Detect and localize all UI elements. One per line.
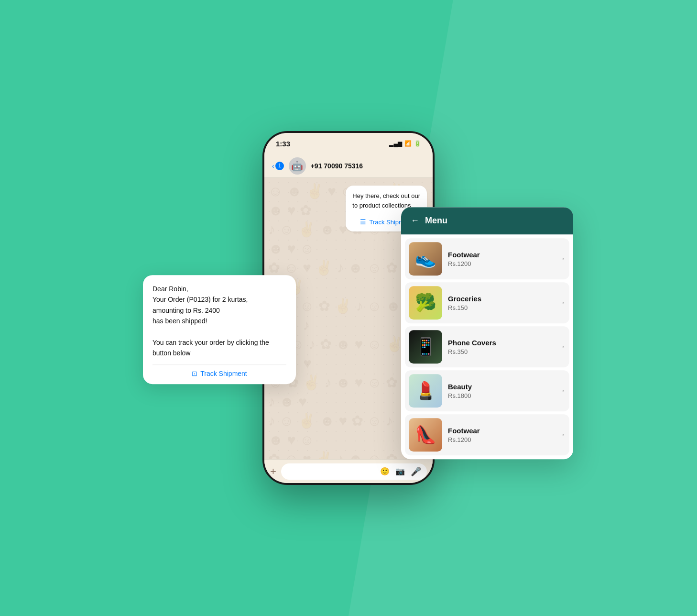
menu-item-footwear[interactable]: 👟 Footwear Rs.1200 → (405, 238, 569, 279)
floating-message-bubble: Dear Robin, Your Order (P0123) for 2 kur… (143, 275, 296, 384)
phone-covers-price: Rs.350 (448, 348, 552, 355)
footwear2-info: Footwear Rs.1200 (448, 427, 552, 443)
wifi-icon: 📶 (404, 140, 412, 147)
footwear-name: Footwear (448, 251, 552, 259)
track-shipment-link-2[interactable]: ⊡ Track Shipment (152, 364, 286, 377)
menu-item-footwear2[interactable]: 👠 Footwear Rs.1200 → (405, 414, 569, 455)
chevron-left-icon: ‹ (272, 162, 274, 170)
shipped-line: has been shipped! (152, 317, 207, 325)
beauty-image: 💄 (409, 374, 442, 407)
footwear-image: 👟 (409, 242, 442, 275)
battery-icon: 🔋 (414, 140, 421, 147)
beauty-info: Beauty Rs.1800 (448, 383, 552, 399)
menu-item-beauty[interactable]: 💄 Beauty Rs.1800 → (405, 370, 569, 411)
phone-covers-arrow-icon: → (558, 342, 566, 351)
groceries-price: Rs.150 (448, 304, 552, 311)
menu-back-arrow-icon[interactable]: ← (411, 216, 419, 226)
track-shipment-label-2: Track Shipment (200, 370, 247, 377)
footwear2-arrow-icon: → (558, 430, 566, 439)
menu-items-list: 👟 Footwear Rs.1200 → 🥦 Groceries Rs.150 … (401, 234, 573, 459)
message-input[interactable]: 🙂 📷 🎤 (281, 463, 427, 480)
nav-badge: 1 (275, 162, 284, 170)
dear-robin-line: Dear Robin, (152, 285, 188, 293)
amount-line: amounting to Rs. 2400 (152, 307, 220, 314)
footwear-price: Rs.1200 (448, 260, 552, 267)
footwear2-name: Footwear (448, 427, 552, 435)
track-text-line2: button below (152, 349, 190, 357)
input-bar: + 🙂 📷 🎤 (264, 459, 433, 483)
phone-covers-image: 📱 (409, 330, 442, 363)
list-icon: ☰ (360, 218, 366, 226)
footwear-info: Footwear Rs.1200 (448, 251, 552, 267)
floating-bubble-text: Dear Robin, Your Order (P0123) for 2 kur… (152, 284, 286, 359)
phone-covers-name: Phone Covers (448, 339, 552, 347)
status-icons: ▂▄▆ 📶 🔋 (389, 140, 421, 147)
groceries-image: 🥦 (409, 286, 442, 319)
beauty-price: Rs.1800 (448, 392, 552, 399)
menu-title: Menu (425, 216, 447, 226)
menu-item-groceries[interactable]: 🥦 Groceries Rs.150 → (405, 282, 569, 323)
external-link-icon: ⊡ (192, 370, 197, 377)
menu-card: ← Menu 👟 Footwear Rs.1200 → 🥦 Groceries … (401, 207, 573, 459)
nav-avatar: 🤖 (289, 157, 306, 175)
beauty-name: Beauty (448, 383, 552, 391)
signal-icon: ▂▄▆ (389, 140, 402, 147)
track-text-line1: You can track your order by clicking the (152, 339, 269, 346)
beauty-arrow-icon: → (558, 386, 566, 395)
nav-bar: ‹ 1 🤖 +91 70090 75316 (264, 154, 433, 178)
menu-item-phone-covers[interactable]: 📱 Phone Covers Rs.350 → (405, 326, 569, 367)
status-bar: 1:33 ▂▄▆ 📶 🔋 (264, 133, 433, 154)
groceries-arrow-icon: → (558, 298, 566, 307)
footwear-arrow-icon: → (558, 254, 566, 263)
footwear2-price: Rs.1200 (448, 436, 552, 443)
groceries-name: Groceries (448, 295, 552, 303)
camera-icon: 📷 (395, 467, 405, 476)
menu-header: ← Menu (401, 207, 573, 234)
status-time: 1:33 (276, 140, 290, 148)
microphone-icon: 🎤 (411, 466, 421, 477)
footwear2-image: 👠 (409, 418, 442, 451)
sticker-icon: 🙂 (380, 467, 390, 476)
phone-covers-info: Phone Covers Rs.350 (448, 339, 552, 355)
scene: 1:33 ▂▄▆ 📶 🔋 ‹ 1 🤖 +91 70090 75316 (181, 93, 516, 523)
nav-phone-number: +91 70090 75316 (311, 162, 363, 170)
groceries-info: Groceries Rs.150 (448, 295, 552, 311)
plus-icon[interactable]: + (270, 465, 276, 478)
order-line: Your Order (P0123) for 2 kurtas, (152, 296, 248, 304)
nav-back-button[interactable]: ‹ 1 (272, 162, 284, 170)
